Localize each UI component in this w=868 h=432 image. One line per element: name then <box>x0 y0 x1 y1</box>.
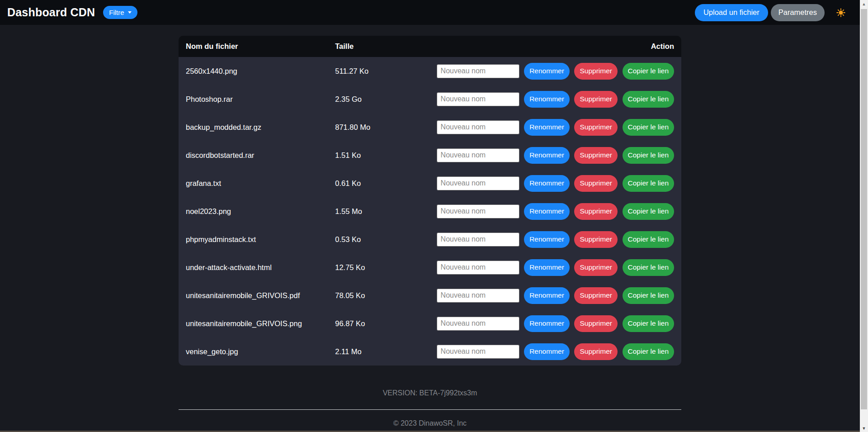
filter-dropdown-label: Filtre <box>109 9 124 16</box>
copy-link-button[interactable]: Copier le lien <box>623 231 674 248</box>
table-row: venise_geto.jpg 2.11 Mo Renommer Supprim… <box>179 337 681 366</box>
copy-link-button[interactable]: Copier le lien <box>623 203 674 220</box>
table-row: 2560x1440.png 511.27 Ko Renommer Supprim… <box>179 57 681 85</box>
scroll-up-arrow-icon[interactable]: ▲ <box>860 0 868 8</box>
file-action-cell: Renommer Supprimer Copier le lien <box>429 169 681 197</box>
sun-icon <box>836 8 845 17</box>
file-action-cell: Renommer Supprimer Copier le lien <box>429 337 681 366</box>
new-name-input[interactable] <box>437 92 519 106</box>
rename-button[interactable]: Renommer <box>524 175 570 192</box>
copy-link-button[interactable]: Copier le lien <box>623 287 674 304</box>
file-size-cell: 1.51 Ko <box>328 141 429 169</box>
file-name-cell: backup_modded.tar.gz <box>179 113 328 141</box>
navbar: Dashboard CDN Filtre Upload un fichier P… <box>0 0 860 25</box>
file-size-cell: 1.55 Mo <box>328 197 429 225</box>
table-row: backup_modded.tar.gz 871.80 Mo Renommer … <box>179 113 681 141</box>
table-header-row: Nom du fichier Taille Action <box>179 36 681 57</box>
new-name-input[interactable] <box>437 233 519 247</box>
rename-button[interactable]: Renommer <box>524 119 570 136</box>
file-size-cell: 2.35 Go <box>328 85 429 113</box>
file-action-cell: Renommer Supprimer Copier le lien <box>429 281 681 309</box>
delete-button[interactable]: Supprimer <box>574 91 618 108</box>
copy-link-button[interactable]: Copier le lien <box>623 343 674 360</box>
delete-button[interactable]: Supprimer <box>574 119 618 136</box>
table-row: unitesanitairemobile_GRIVOIS.png 96.87 K… <box>179 309 681 337</box>
file-action-cell: Renommer Supprimer Copier le lien <box>429 225 681 253</box>
copy-link-button[interactable]: Copier le lien <box>623 119 674 136</box>
table-row: under-attack-activate.html 12.75 Ko Reno… <box>179 253 681 281</box>
rename-button[interactable]: Renommer <box>524 147 570 164</box>
file-name-cell: venise_geto.jpg <box>179 337 328 366</box>
file-table: Nom du fichier Taille Action 2560x1440.p… <box>179 36 681 366</box>
file-action-cell: Renommer Supprimer Copier le lien <box>429 113 681 141</box>
file-name-cell: unitesanitairemobile_GRIVOIS.pdf <box>179 281 328 309</box>
file-size-cell: 2.11 Mo <box>328 337 429 366</box>
navbar-actions: Upload un fichier Parametres <box>695 4 853 21</box>
delete-button[interactable]: Supprimer <box>574 63 618 80</box>
delete-button[interactable]: Supprimer <box>574 287 618 304</box>
table-row: unitesanitairemobile_GRIVOIS.pdf 78.05 K… <box>179 281 681 309</box>
scrollbar-thumb[interactable] <box>861 9 867 409</box>
file-action-cell: Renommer Supprimer Copier le lien <box>429 141 681 169</box>
scroll-down-arrow-icon[interactable]: ▼ <box>860 424 868 432</box>
app-title: Dashboard CDN <box>7 6 95 19</box>
file-size-cell: 0.53 Ko <box>328 225 429 253</box>
rename-button[interactable]: Renommer <box>524 315 570 332</box>
file-name-cell: Photoshop.rar <box>179 85 328 113</box>
copy-link-button[interactable]: Copier le lien <box>623 259 674 276</box>
file-name-cell: noel2023.png <box>179 197 328 225</box>
new-name-input[interactable] <box>437 204 519 218</box>
file-action-cell: Renommer Supprimer Copier le lien <box>429 57 681 85</box>
page-main: Nom du fichier Taille Action 2560x1440.p… <box>0 36 860 427</box>
file-name-cell: under-attack-activate.html <box>179 253 328 281</box>
delete-button[interactable]: Supprimer <box>574 343 618 360</box>
new-name-input[interactable] <box>437 176 519 190</box>
copyright-label: © 2023 DinawoSR, Inc <box>179 419 681 427</box>
new-name-input[interactable] <box>437 345 519 359</box>
file-name-cell: grafana.txt <box>179 169 328 197</box>
copy-link-button[interactable]: Copier le lien <box>623 175 674 192</box>
new-name-input[interactable] <box>437 120 519 134</box>
table-row: phpmyadminstack.txt 0.53 Ko Renommer Sup… <box>179 225 681 253</box>
delete-button[interactable]: Supprimer <box>574 203 618 220</box>
copy-link-button[interactable]: Copier le lien <box>623 91 674 108</box>
rename-button[interactable]: Renommer <box>524 203 570 220</box>
delete-button[interactable]: Supprimer <box>574 259 618 276</box>
delete-button[interactable]: Supprimer <box>574 231 618 248</box>
filter-dropdown-button[interactable]: Filtre <box>103 6 137 19</box>
file-table-card: Nom du fichier Taille Action 2560x1440.p… <box>179 36 681 366</box>
chevron-down-icon <box>128 11 132 14</box>
rename-button[interactable]: Renommer <box>524 231 570 248</box>
file-size-cell: 78.05 Ko <box>328 281 429 309</box>
vertical-scrollbar[interactable]: ▲ ▼ <box>860 0 868 432</box>
rename-button[interactable]: Renommer <box>524 259 570 276</box>
new-name-input[interactable] <box>437 317 519 331</box>
new-name-input[interactable] <box>437 261 519 275</box>
rename-button[interactable]: Renommer <box>524 287 570 304</box>
file-name-cell: discordbotstarted.rar <box>179 141 328 169</box>
table-row: grafana.txt 0.61 Ko Renommer Supprimer C… <box>179 169 681 197</box>
file-size-cell: 0.61 Ko <box>328 169 429 197</box>
copy-link-button[interactable]: Copier le lien <box>623 315 674 332</box>
settings-button[interactable]: Parametres <box>771 4 825 21</box>
theme-toggle[interactable] <box>836 8 845 17</box>
upload-file-button[interactable]: Upload un fichier <box>695 4 768 21</box>
rename-button[interactable]: Renommer <box>524 343 570 360</box>
new-name-input[interactable] <box>437 148 519 162</box>
new-name-input[interactable] <box>437 289 519 303</box>
delete-button[interactable]: Supprimer <box>574 147 618 164</box>
copy-link-button[interactable]: Copier le lien <box>623 147 674 164</box>
file-action-cell: Renommer Supprimer Copier le lien <box>429 253 681 281</box>
new-name-input[interactable] <box>437 64 519 78</box>
copy-link-button[interactable]: Copier le lien <box>623 63 674 80</box>
delete-button[interactable]: Supprimer <box>574 175 618 192</box>
rename-button[interactable]: Renommer <box>524 91 570 108</box>
delete-button[interactable]: Supprimer <box>574 315 618 332</box>
file-size-cell: 871.80 Mo <box>328 113 429 141</box>
version-label: VERSION: BETA-7j992txs3m <box>179 389 681 397</box>
file-size-cell: 96.87 Ko <box>328 309 429 337</box>
column-header-action: Action <box>429 36 681 57</box>
table-row: noel2023.png 1.55 Mo Renommer Supprimer … <box>179 197 681 225</box>
rename-button[interactable]: Renommer <box>524 63 570 80</box>
file-name-cell: 2560x1440.png <box>179 57 328 85</box>
